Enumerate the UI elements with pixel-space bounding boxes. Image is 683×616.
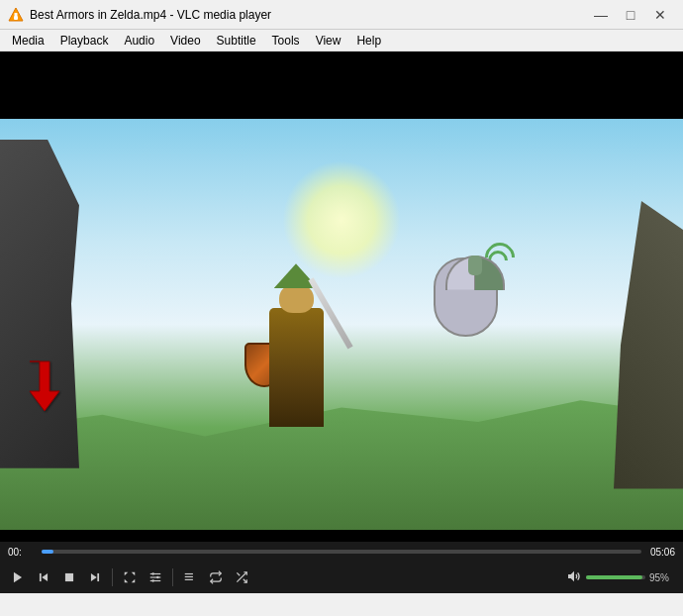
svg-rect-9 — [97, 573, 99, 581]
svg-rect-2 — [15, 13, 18, 16]
menu-view[interactable]: View — [308, 32, 349, 50]
svg-rect-17 — [185, 576, 193, 577]
fullscreen-button[interactable] — [118, 565, 142, 589]
top-black-bar — [0, 51, 683, 119]
svg-point-13 — [152, 572, 154, 574]
progress-bar-fill — [42, 550, 53, 554]
prev-button[interactable] — [32, 565, 55, 589]
play-button[interactable] — [6, 565, 30, 589]
svg-rect-1 — [14, 16, 18, 20]
video-container — [0, 119, 683, 530]
menu-audio[interactable]: Audio — [116, 32, 162, 50]
menu-playback[interactable]: Playback — [52, 32, 117, 50]
loop-icon — [209, 570, 223, 584]
volume-area: 95% — [566, 568, 677, 587]
close-button[interactable]: ✕ — [645, 0, 675, 30]
video-canvas — [0, 119, 683, 530]
svg-point-15 — [152, 579, 154, 581]
volume-label: 95% — [649, 572, 677, 583]
menu-media[interactable]: Media — [4, 32, 52, 50]
extended-settings-icon — [148, 570, 162, 584]
menu-subtitle[interactable]: Subtitle — [209, 32, 264, 50]
stop-button[interactable] — [57, 565, 81, 589]
volume-bar[interactable] — [586, 575, 645, 579]
svg-rect-7 — [65, 573, 73, 581]
fullscreen-icon — [123, 570, 137, 584]
random-button[interactable] — [230, 565, 253, 589]
separator-2 — [172, 568, 173, 586]
menu-help[interactable]: Help — [348, 32, 389, 50]
bottom-black-bar — [0, 530, 683, 542]
title-bar: Best Armors in Zelda.mp4 - VLC media pla… — [0, 0, 683, 30]
vlc-icon — [8, 7, 24, 23]
mouse-body — [434, 257, 498, 337]
playlist-button[interactable] — [178, 565, 202, 589]
menu-video[interactable]: Video — [162, 32, 208, 50]
svg-marker-5 — [42, 573, 48, 581]
menu-bar: Media Playback Audio Video Subtitle Tool… — [0, 30, 683, 51]
random-icon — [235, 570, 248, 584]
svg-rect-16 — [185, 573, 193, 574]
window-controls: — □ ✕ — [586, 0, 675, 30]
playlist-icon — [183, 570, 197, 584]
svg-rect-18 — [185, 579, 193, 580]
next-icon — [88, 570, 102, 584]
rock-left — [0, 140, 79, 468]
svg-marker-3 — [30, 361, 59, 411]
speaker-icon — [566, 568, 582, 584]
svg-marker-8 — [91, 573, 97, 581]
maximize-button[interactable]: □ — [616, 0, 645, 30]
progress-bar[interactable] — [42, 550, 641, 554]
controls-bar: 95% — [0, 562, 683, 593]
volume-bar-fill — [586, 575, 642, 579]
volume-icon[interactable] — [566, 568, 582, 587]
time-current: 00: — [8, 547, 36, 558]
window-title: Best Armors in Zelda.mp4 - VLC media pla… — [30, 8, 586, 22]
mouse-scroll-wheel — [468, 256, 482, 275]
svg-marker-19 — [568, 570, 574, 581]
svg-rect-6 — [40, 573, 42, 581]
red-arrow — [15, 357, 74, 416]
character-body — [269, 308, 324, 427]
mouse-graphic — [424, 243, 513, 337]
menu-tools[interactable]: Tools — [264, 32, 308, 50]
character — [240, 229, 358, 427]
svg-point-14 — [156, 576, 158, 578]
separator-1 — [112, 568, 113, 586]
time-total: 05:06 — [647, 547, 675, 558]
progress-area: 00: 05:06 — [0, 542, 683, 562]
loop-button[interactable] — [204, 565, 228, 589]
svg-marker-4 — [14, 572, 22, 583]
extended-settings-button[interactable] — [144, 565, 167, 589]
prev-icon — [37, 570, 50, 584]
minimize-button[interactable]: — — [586, 0, 616, 30]
next-button[interactable] — [83, 565, 107, 589]
play-icon — [11, 570, 25, 584]
stop-icon — [62, 570, 76, 584]
